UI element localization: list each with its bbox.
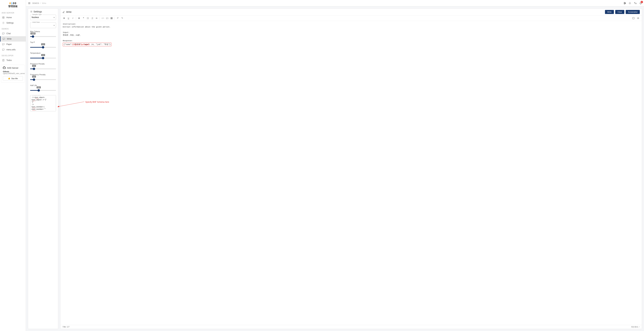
thumbs-up-icon: 👍 bbox=[8, 77, 10, 80]
contrast-icon[interactable] bbox=[623, 2, 626, 5]
star-label: Star-Me bbox=[11, 78, 18, 80]
sampler-type-select[interactable]: Sampler Type ▾ bbox=[30, 15, 56, 20]
svg-point-12 bbox=[31, 11, 32, 12]
write-title: Write bbox=[66, 11, 72, 13]
slider-label: Frequency Penalty bbox=[30, 74, 56, 76]
slider-label: Top P bbox=[30, 41, 56, 43]
slider-label: Max Tokens bbox=[30, 31, 56, 33]
svg-point-14 bbox=[87, 18, 87, 18]
slider-track[interactable]: 400 bbox=[30, 87, 56, 92]
redo-icon[interactable]: ↷ bbox=[120, 16, 124, 20]
svg-point-15 bbox=[87, 19, 87, 19]
notification-badge: 2 bbox=[641, 1, 643, 3]
svg-rect-3 bbox=[4, 18, 4, 19]
github-label: Github: bbox=[3, 71, 23, 73]
sun-icon[interactable] bbox=[628, 2, 631, 5]
slider-thumb[interactable] bbox=[42, 46, 44, 49]
slider-thumb[interactable] bbox=[38, 89, 40, 92]
sidebar-item-write[interactable]: Write bbox=[0, 36, 26, 42]
sidebar-item-chat[interactable]: Chat bbox=[0, 31, 26, 36]
field-label: bnf_schema bbox=[32, 95, 41, 96]
slider-track[interactable]: 1000 bbox=[30, 33, 56, 38]
italic-icon[interactable]: I bbox=[71, 16, 75, 20]
slider-half-life: Half Life 400 bbox=[30, 84, 56, 92]
slider-thumb[interactable] bbox=[33, 68, 35, 70]
svg-point-4 bbox=[3, 23, 4, 23]
ul-icon[interactable] bbox=[86, 16, 90, 20]
undo-icon[interactable]: ↶ bbox=[116, 16, 120, 20]
topbar: DEMOS / Write 2 bbox=[26, 0, 644, 7]
github-path[interactable]: cgisky1980/ai00_rwkv_server bbox=[3, 73, 23, 74]
write-button[interactable]: Write bbox=[605, 10, 614, 14]
initial-state-select[interactable]: Initial State ▾ bbox=[30, 23, 56, 28]
preview-icon[interactable] bbox=[636, 16, 640, 20]
slider-thumb[interactable] bbox=[42, 57, 44, 59]
svg-rect-5 bbox=[2, 33, 4, 34]
bell-icon[interactable]: 2 bbox=[639, 2, 642, 5]
sidebar-item-label: Home bbox=[6, 16, 12, 19]
slider-thumb[interactable] bbox=[32, 35, 34, 38]
sync-scroll[interactable]: 同步滚动 ✓ bbox=[631, 326, 640, 328]
codeblock-icon[interactable]: {/} bbox=[105, 16, 109, 20]
heading-icon[interactable]: H bbox=[77, 16, 81, 20]
slider-thumb[interactable] bbox=[33, 79, 35, 81]
menu-icon[interactable] bbox=[28, 2, 30, 5]
breadcrumb-current: Write bbox=[42, 2, 46, 4]
gear-icon bbox=[2, 22, 5, 24]
editor-footer: 字数: 127 同步滚动 ✓ bbox=[60, 325, 642, 329]
annotation-output: Output is formatted bbox=[72, 43, 89, 46]
response-label: Response: bbox=[63, 39, 640, 42]
sidebar-item-wifu[interactable]: menu.wifu bbox=[0, 47, 26, 52]
doc-icon bbox=[2, 59, 5, 62]
underline-icon[interactable]: U bbox=[66, 16, 70, 20]
bold-icon[interactable]: B bbox=[62, 16, 66, 20]
slider-label: Presence Penalty bbox=[30, 63, 56, 65]
sidebar-item-home[interactable]: Home bbox=[0, 15, 26, 20]
quote-icon[interactable]: ❝ bbox=[82, 16, 86, 20]
svg-marker-23 bbox=[57, 106, 59, 107]
slider-track[interactable]: 0.3 bbox=[30, 66, 56, 71]
svg-point-21 bbox=[638, 18, 638, 19]
write-panel: Write Write Clear Screenshot B U I H ❝ 1… bbox=[60, 9, 642, 329]
arrow-icon bbox=[57, 101, 85, 108]
edit-icon bbox=[62, 11, 65, 13]
fullscreen-icon[interactable] bbox=[632, 16, 636, 20]
chat-icon bbox=[2, 32, 5, 35]
svg-rect-1 bbox=[4, 16, 4, 17]
slider-value: 400 bbox=[36, 86, 41, 88]
annotation-bnf: Specify BNF Schema here bbox=[85, 101, 109, 104]
instruction-text: Extract information about the given pers… bbox=[63, 26, 640, 29]
slider-track[interactable]: 0.5 bbox=[30, 44, 56, 49]
breadcrumb-root[interactable]: DEMOS bbox=[32, 2, 39, 4]
char-count: 字数: 127 bbox=[62, 326, 70, 328]
sidebar-item-paper[interactable]: Paper bbox=[0, 42, 26, 47]
slider-track[interactable]: 0.3 bbox=[30, 76, 56, 81]
screenshot-button[interactable]: Screenshot bbox=[626, 10, 640, 14]
sampler-input[interactable] bbox=[30, 15, 56, 20]
chat-icon bbox=[2, 48, 5, 51]
slider-track[interactable]: 1.0 bbox=[30, 55, 56, 60]
sidebar-item-label: Write bbox=[7, 38, 12, 40]
logo-subtitle: 管理面板 bbox=[2, 5, 24, 8]
server-title: AI00 Server bbox=[7, 67, 18, 69]
slider-label: Half Life bbox=[30, 84, 56, 86]
initial-state-input[interactable] bbox=[30, 23, 56, 28]
sidebar-item-settings[interactable]: Settings bbox=[0, 20, 26, 26]
ol-icon[interactable]: 123 bbox=[90, 16, 94, 20]
settings-title: Settings bbox=[34, 10, 42, 13]
link-icon[interactable] bbox=[94, 16, 98, 20]
code-icon[interactable]: </> bbox=[101, 16, 105, 20]
translate-icon[interactable] bbox=[634, 2, 636, 5]
sidebar-item-todos[interactable]: Todos bbox=[0, 58, 26, 63]
editor-toolbar: B U I H ❝ 123 </> {/} ↶ ↷ bbox=[60, 16, 642, 21]
svg-line-22 bbox=[58, 102, 84, 107]
table-icon[interactable] bbox=[110, 16, 114, 20]
editor-area[interactable]: Instruction: Extract information about t… bbox=[60, 21, 642, 325]
bnf-content[interactable]: ::= <json_object><json_object> ::= "{" "… bbox=[31, 96, 55, 110]
star-button[interactable]: 👍 Star-Me bbox=[3, 76, 23, 81]
input-label: Input: bbox=[63, 31, 640, 34]
field-label: Initial State bbox=[32, 21, 40, 23]
clear-button[interactable]: Clear bbox=[615, 10, 624, 14]
instruction-label: Instruction: bbox=[63, 23, 640, 26]
bnf-schema-field[interactable]: bnf_schema ::= <json_object><json_object… bbox=[30, 95, 56, 111]
